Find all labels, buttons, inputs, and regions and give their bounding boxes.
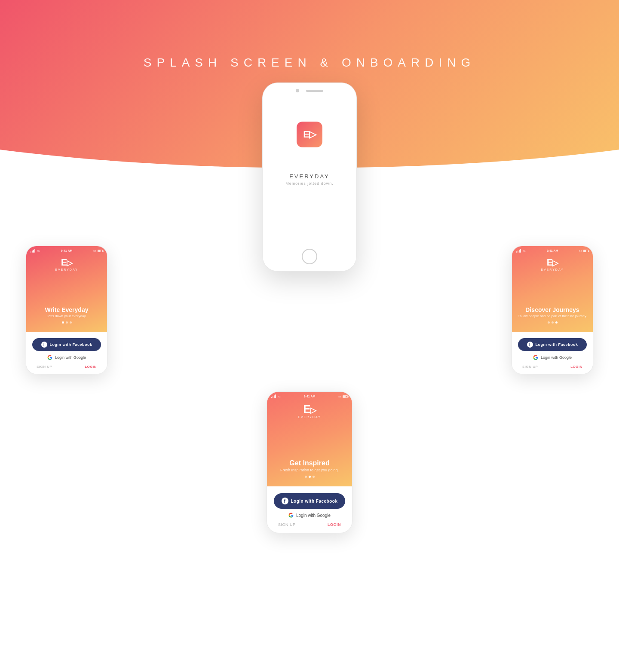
signal-icon-right bbox=[516, 249, 521, 253]
facebook-login-button-left[interactable]: f Login with Facebook bbox=[32, 338, 101, 351]
facebook-btn-label-right: Login with Facebook bbox=[536, 342, 578, 347]
phone-center-top: 4G 9:41 AM 58 E▷ EVERYDAY Get Inspired F… bbox=[267, 392, 352, 486]
bar1 bbox=[31, 251, 31, 253]
phone-left-top: 4G 9:41 AM 58 E▷ EVERYDAY Write Everyday… bbox=[26, 246, 107, 332]
battery-fill bbox=[98, 250, 101, 252]
dots-right bbox=[512, 321, 593, 324]
center-bottom-wrapper: 4G 9:41 AM 58 E▷ EVERYDAY Get Inspired F… bbox=[0, 391, 619, 533]
battery-fill-right bbox=[584, 250, 586, 252]
logo-bracket-right: ▷ bbox=[552, 259, 558, 267]
phone-center-bottom: 4G 9:41 AM 58 E▷ EVERYDAY Get Inspired F… bbox=[267, 391, 352, 533]
battery-icon bbox=[98, 250, 103, 252]
small-phones-row: 4G 9:41 AM 58 E▷ EVERYDAY Write Everyday… bbox=[0, 246, 619, 374]
google-login-button-right[interactable]: Login with Google bbox=[518, 352, 587, 363]
facebook-btn-label-left: Login with Facebook bbox=[50, 342, 92, 347]
google-btn-label-center: Login with Google bbox=[296, 513, 331, 518]
dot-1 bbox=[62, 321, 64, 324]
facebook-login-button-right[interactable]: f Login with Facebook bbox=[518, 338, 587, 351]
phone-tagline-sub-center: Fresh Inspiration to get you going. bbox=[267, 468, 352, 472]
google-icon-center bbox=[288, 513, 294, 518]
phone-right-top: 4G 9:41 AM 58 E▷ EVERYDAY Discover Journ… bbox=[512, 246, 593, 332]
rdot-2 bbox=[552, 321, 554, 324]
dot-3 bbox=[70, 321, 72, 324]
splash-tagline: Memories jotted down. bbox=[285, 181, 334, 186]
logo-area-center: E▷ EVERYDAY bbox=[298, 403, 321, 418]
google-login-button-center[interactable]: Login with Google bbox=[274, 510, 345, 521]
carrier-center: 4G bbox=[278, 395, 281, 398]
status-bar-center: 4G 9:41 AM 58 bbox=[267, 392, 352, 399]
splash-phone-wrapper: E▷ EVERYDAY Memories jotted down. bbox=[0, 82, 619, 272]
facebook-btn-label-center: Login with Facebook bbox=[291, 499, 338, 504]
logo-everyday-center: EVERYDAY bbox=[298, 415, 321, 418]
phone-tagline-center: Get Inspired bbox=[267, 459, 352, 467]
status-right-right: 58 bbox=[579, 250, 588, 252]
login-link-center[interactable]: LOGIN bbox=[328, 522, 341, 527]
splash-phone: E▷ EVERYDAY Memories jotted down. bbox=[262, 82, 357, 272]
status-left-right: 4G bbox=[516, 249, 526, 253]
battery-fill-center bbox=[343, 396, 346, 397]
logo-ed-left: E▷ bbox=[61, 258, 73, 267]
status-left: 4G bbox=[31, 249, 40, 253]
carrier-text: 4G bbox=[37, 250, 40, 252]
logo-everyday-left: EVERYDAY bbox=[55, 268, 78, 271]
phone-notch bbox=[263, 83, 356, 96]
signal-icon-center bbox=[271, 394, 276, 398]
signup-link-left[interactable]: SIGN UP bbox=[37, 365, 52, 369]
splash-app-name: EVERYDAY bbox=[289, 173, 330, 180]
logo-area-left: E▷ EVERYDAY bbox=[55, 258, 78, 271]
phone-left-bottom: f Login with Facebook Login with Google … bbox=[26, 332, 107, 374]
cdot-2 bbox=[309, 476, 311, 478]
google-btn-label-left: Login with Google bbox=[55, 355, 86, 360]
cbar3 bbox=[274, 395, 275, 398]
cdot-1 bbox=[305, 476, 307, 478]
status-time-right: 9:41 AM bbox=[547, 249, 558, 252]
login-link-right[interactable]: LOGIN bbox=[570, 365, 582, 369]
rbar1 bbox=[516, 251, 517, 253]
phone-right: 4G 9:41 AM 58 E▷ EVERYDAY Discover Journ… bbox=[512, 246, 593, 374]
status-time-left: 9:41 AM bbox=[61, 249, 73, 252]
tagline-area-right: Discover Journeys Follow people and be p… bbox=[512, 306, 593, 324]
logo-everyday-right: EVERYDAY bbox=[541, 268, 564, 271]
app-icon: E▷ bbox=[297, 122, 322, 147]
rbar3 bbox=[519, 250, 520, 253]
logo-area-right: E▷ EVERYDAY bbox=[541, 258, 564, 271]
cbar2 bbox=[273, 396, 273, 398]
phone-tagline-sub-left: Jotts down your everyday. bbox=[26, 314, 107, 318]
status-left-center: 4G bbox=[271, 394, 281, 398]
google-icon-left bbox=[47, 355, 52, 360]
signup-link-center[interactable]: SIGN UP bbox=[278, 522, 296, 527]
status-bar-left: 4G 9:41 AM 58 bbox=[26, 246, 107, 254]
bar4 bbox=[34, 249, 35, 253]
facebook-icon-left: f bbox=[41, 342, 47, 348]
rdot-3 bbox=[555, 321, 558, 324]
app-logo-icon: E▷ bbox=[303, 129, 316, 140]
battery-percent-center: 58 bbox=[338, 395, 341, 398]
bar2 bbox=[32, 250, 33, 253]
phone-right-bottom: f Login with Facebook Login with Google … bbox=[512, 332, 593, 374]
phone-camera bbox=[296, 89, 299, 92]
phone-speaker bbox=[306, 90, 323, 92]
logo-ed-center: E▷ bbox=[303, 403, 316, 415]
auth-links-left: SIGN UP LOGIN bbox=[32, 365, 101, 369]
signal-icon bbox=[31, 249, 35, 253]
logo-bracket-center: ▷ bbox=[310, 406, 316, 415]
facebook-login-button-center[interactable]: f Login with Facebook bbox=[274, 493, 345, 509]
battery-percent: 58 bbox=[93, 250, 96, 252]
dots-left bbox=[26, 321, 107, 324]
cbar1 bbox=[271, 397, 272, 398]
google-login-button-left[interactable]: Login with Google bbox=[32, 352, 101, 363]
login-link-left[interactable]: LOGIN bbox=[85, 365, 97, 369]
bar3 bbox=[33, 250, 34, 253]
carrier-text-right: 4G bbox=[523, 250, 526, 252]
dot-2 bbox=[66, 321, 68, 324]
google-icon-right bbox=[533, 355, 538, 360]
signup-link-right[interactable]: SIGN UP bbox=[522, 365, 538, 369]
facebook-icon-center: f bbox=[282, 498, 288, 504]
page-title-section: SPLASH SCREEN & ONBOARDING bbox=[0, 0, 619, 70]
logo-bracket: ▷ bbox=[67, 259, 72, 267]
battery-icon-right bbox=[583, 250, 588, 252]
status-bar-right: 4G 9:41 AM 58 bbox=[512, 246, 593, 254]
auth-links-right: SIGN UP LOGIN bbox=[518, 365, 587, 369]
rdot-1 bbox=[548, 321, 550, 324]
cdot-3 bbox=[313, 476, 315, 478]
